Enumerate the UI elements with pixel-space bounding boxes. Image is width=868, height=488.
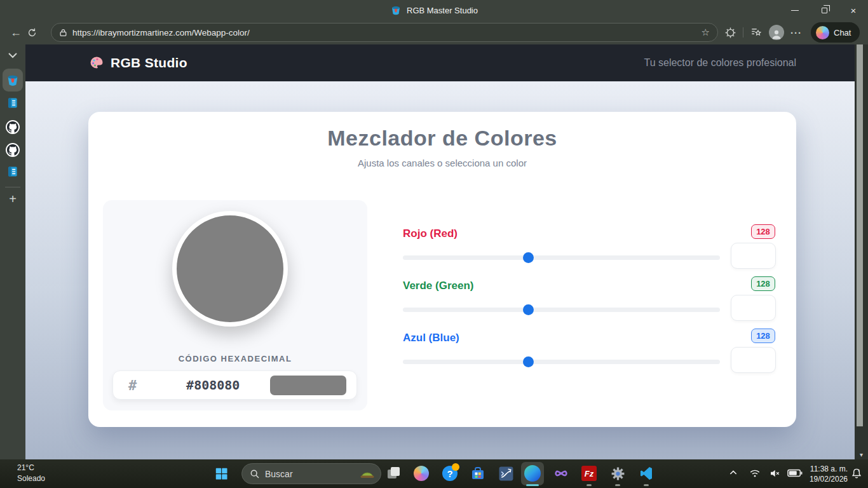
site-tagline: Tu selector de colores profesional: [644, 57, 796, 69]
search-doodle-helmet-icon: [359, 467, 376, 481]
blue-value-input[interactable]: [731, 347, 776, 373]
edge-vertical-tabs-sidebar: +: [0, 44, 25, 459]
window-title: RGB Master Studio: [407, 6, 478, 15]
settings-running-indicator: [615, 484, 620, 486]
blue-channel-label: Azul (Blue): [403, 332, 459, 344]
tab-github-2-icon[interactable]: [5, 142, 20, 158]
taskbar-search-box[interactable]: Buscar: [241, 463, 381, 484]
minimize-button[interactable]: [780, 0, 810, 20]
tab-notebook-icon[interactable]: [6, 97, 19, 109]
restore-button[interactable]: [810, 0, 839, 20]
red-value-badge: 128: [751, 224, 775, 239]
page-title: Mezclador de Colores: [88, 126, 796, 151]
copilot-icon: [816, 26, 829, 39]
extensions-icon[interactable]: [724, 27, 736, 39]
sidebar-divider: [5, 187, 20, 187]
hex-section-label: CÓDIGO HEXADECIMAL: [103, 354, 367, 363]
blue-value-badge: 128: [751, 329, 775, 343]
minimize-icon: [791, 10, 799, 11]
channel-row-blue: Azul (Blue) 128: [403, 328, 776, 380]
page-scrollbar[interactable]: ▾: [855, 44, 868, 459]
close-button[interactable]: ×: [839, 0, 868, 20]
new-tab-button[interactable]: +: [9, 192, 17, 207]
tab-github-icon[interactable]: [5, 119, 20, 135]
green-value-badge: 128: [751, 276, 775, 291]
channel-row-red: Rojo (Red) 128: [403, 224, 776, 276]
green-channel-label: Verde (Green): [403, 280, 474, 292]
refresh-button[interactable]: [27, 27, 48, 38]
red-slider[interactable]: [403, 252, 720, 263]
window-title-group: RGB Master Studio: [390, 4, 478, 16]
green-value-input[interactable]: [731, 295, 776, 321]
wifi-icon[interactable]: [749, 468, 761, 479]
site-brand: RGB Studio: [89, 55, 187, 71]
microsoft-store-icon[interactable]: [470, 465, 486, 482]
tray-clock[interactable]: 11:38 a. m. 19/02/2026: [799, 464, 848, 484]
site-header: RGB Studio Tu selector de colores profes…: [25, 44, 855, 81]
browser-menu-icon[interactable]: ···: [790, 27, 802, 38]
bookmark-star-icon[interactable]: ☆: [702, 27, 710, 38]
tray-time: 11:38 a. m.: [799, 464, 848, 474]
paint-bucket-icon: [390, 4, 402, 16]
sql-tools-icon[interactable]: [498, 465, 514, 482]
copilot-chat-label: Chat: [834, 28, 851, 37]
volume-muted-icon[interactable]: [768, 468, 781, 479]
page-subtitle: Ajusta los canales o selecciona un color: [88, 158, 796, 168]
red-value-input[interactable]: [731, 243, 776, 269]
search-icon: [250, 469, 260, 479]
weather-widget[interactable]: 21°C Soleado: [17, 463, 45, 484]
sidebar-collapse-chevron-icon[interactable]: [8, 52, 18, 58]
site-brand-label: RGB Studio: [111, 55, 187, 71]
address-bar[interactable]: https://ibraymortizmartinez.com/Webapp-c…: [51, 23, 718, 42]
start-button[interactable]: [215, 467, 228, 480]
weather-temperature: 21°C: [17, 463, 45, 473]
browser-toolbar: ← https://ibraymortizmartinez.com/Webapp…: [0, 20, 868, 44]
filezilla-icon[interactable]: Fz: [581, 465, 597, 482]
vscode-icon[interactable]: [638, 465, 654, 482]
search-placeholder: Buscar: [265, 469, 354, 479]
collections-star-icon[interactable]: [750, 27, 763, 38]
color-preview-panel: CÓDIGO HEXADECIMAL #: [103, 200, 367, 410]
edge-running-indicator: [526, 484, 539, 486]
webpage-viewport: RGB Studio Tu selector de colores profes…: [25, 44, 855, 459]
windows-taskbar: 21°C Soleado Buscar ? Fz: [0, 459, 868, 488]
palette-icon: [89, 55, 104, 71]
hex-code-input[interactable]: [156, 377, 270, 393]
color-preview-circle: [172, 211, 288, 327]
weather-condition: Soleado: [17, 473, 45, 484]
task-view-button[interactable]: [386, 465, 402, 482]
edge-browser-icon[interactable]: [524, 465, 541, 482]
tab-notebook-2-icon[interactable]: [6, 165, 19, 178]
scrollbar-thumb[interactable]: [857, 44, 863, 426]
tray-date: 19/02/2026: [799, 474, 848, 484]
notification-bell-dnd-icon[interactable]: z: [850, 467, 863, 480]
visual-studio-icon[interactable]: [553, 465, 569, 482]
help-icon[interactable]: ?: [442, 465, 458, 482]
page-background: Mezclador de Colores Ajusta los canales …: [25, 81, 855, 459]
toolbar-divider: [743, 27, 743, 37]
vscode-running-indicator: [644, 484, 649, 486]
color-mixer-card: Mezclador de Colores Ajusta los canales …: [88, 112, 796, 427]
scrollbar-down-arrow[interactable]: ▾: [855, 451, 868, 458]
hex-code-row: #: [112, 370, 357, 400]
url-text[interactable]: https://ibraymortizmartinez.com/Webapp-c…: [72, 28, 696, 37]
blue-slider[interactable]: [403, 356, 720, 367]
help-notification-dot: [452, 463, 459, 471]
window-titlebar: RGB Master Studio ×: [0, 0, 868, 20]
channel-row-green: Verde (Green) 128: [403, 276, 776, 328]
lock-icon: [59, 28, 67, 37]
red-channel-label: Rojo (Red): [403, 227, 458, 240]
color-swatch-button[interactable]: [270, 376, 346, 395]
restore-icon: [822, 8, 827, 13]
back-button[interactable]: ←: [5, 26, 27, 39]
tray-chevron-up-icon[interactable]: [728, 468, 738, 478]
copilot-taskbar-icon[interactable]: [413, 465, 430, 482]
copilot-chat-button[interactable]: Chat: [811, 22, 860, 43]
profile-avatar[interactable]: [769, 25, 784, 40]
hex-prefix: #: [128, 377, 137, 393]
filezilla-running-indicator: [587, 484, 592, 486]
settings-gear-icon[interactable]: [609, 465, 626, 482]
green-slider[interactable]: [403, 304, 720, 315]
svg-text:z: z: [858, 468, 860, 472]
tab-rgb-studio-active[interactable]: [3, 69, 23, 92]
